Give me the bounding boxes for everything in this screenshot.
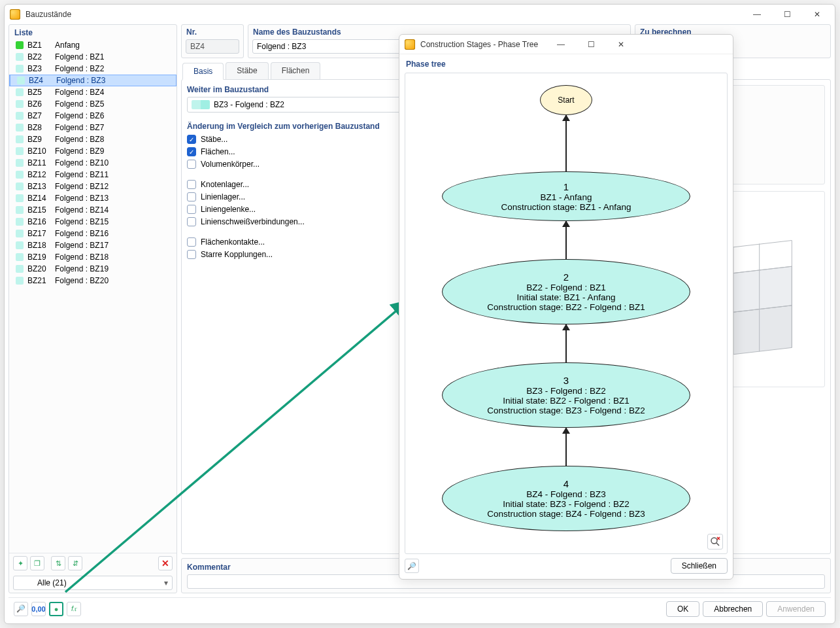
help-icon[interactable]: 🔎 <box>14 602 28 616</box>
liste-panel: Liste BZ1AnfangBZ2Folgend : BZ1BZ3Folgen… <box>8 24 177 593</box>
list-item[interactable]: BZ1Anfang <box>9 39 176 51</box>
cancel-button[interactable]: Abbrechen <box>703 601 763 617</box>
swatch-icon <box>16 100 24 108</box>
tab-flaechen[interactable]: Flächen <box>271 62 321 79</box>
sort-asc-button[interactable]: ⇅ <box>51 556 65 570</box>
svg-point-7 <box>711 538 717 544</box>
checkbox-icon: ✓ <box>187 135 196 144</box>
app-icon <box>10 9 20 20</box>
reset-zoom-button[interactable] <box>707 534 723 550</box>
list-item[interactable]: BZ11Folgend : BZ10 <box>9 157 176 169</box>
delete-button[interactable]: ✕ <box>158 556 173 570</box>
list-item[interactable]: BZ7Folgend : BZ6 <box>9 110 176 122</box>
filter-dropdown[interactable]: Alle (21) <box>13 576 173 590</box>
arrow-icon <box>565 115 567 171</box>
swatch-icon <box>16 277 24 285</box>
phase-node-num: 2 <box>563 271 569 283</box>
phase-node-line: Initial state: BZ2 - Folgend : BZ1 <box>503 396 630 406</box>
list-item[interactable]: BZ9Folgend : BZ8 <box>9 133 176 145</box>
list-item-desc: Folgend : BZ3 <box>56 76 173 85</box>
list-item[interactable]: BZ4Folgend : BZ3 <box>9 75 176 86</box>
phase-node-line: Construction stage: BZ4 - Folgend : BZ3 <box>487 509 645 519</box>
phase-minimize-button[interactable]: — <box>548 37 573 52</box>
tab-staebe[interactable]: Stäbe <box>226 62 268 79</box>
list-item[interactable]: BZ15Folgend : BZ14 <box>9 204 176 216</box>
phase-node-line: Construction stage: BZ1 - Anfang <box>501 202 631 212</box>
phase-body: Phase tree Start 1BZ1 - AnfangConstructi… <box>399 54 733 579</box>
filter-label: Alle (21) <box>37 578 67 587</box>
new-item-button[interactable]: ✦ <box>13 556 27 570</box>
list-item-desc: Folgend : BZ8 <box>55 135 174 144</box>
checkbox-icon: ✓ <box>187 147 196 156</box>
tab-basis[interactable]: Basis <box>182 63 224 80</box>
phase-tree-window: Construction Stages - Phase Tree — ☐ ✕ P… <box>399 34 733 580</box>
swatch-icon <box>16 112 24 120</box>
list-item-id: BZ7 <box>27 111 51 120</box>
phase-canvas[interactable]: Start 1BZ1 - AnfangConstruction stage: B… <box>405 73 728 554</box>
list-item[interactable]: BZ17Folgend : BZ16 <box>9 228 176 239</box>
list-item[interactable]: BZ8Folgend : BZ7 <box>9 122 176 133</box>
dropdown-swatch-icon <box>192 100 210 109</box>
phase-title-bar: Construction Stages - Phase Tree — ☐ ✕ <box>399 35 733 54</box>
list-item[interactable]: BZ5Folgend : BZ4 <box>9 86 176 98</box>
phase-maximize-button[interactable]: ☐ <box>579 37 603 52</box>
duplicate-button[interactable]: ❐ <box>30 556 44 570</box>
nr-input[interactable]: BZ4 <box>186 39 239 54</box>
phase-close-button[interactable]: ✕ <box>609 37 633 52</box>
node-start[interactable]: Start <box>540 85 592 115</box>
list-item[interactable]: BZ16Folgend : BZ15 <box>9 216 176 228</box>
swatch-icon <box>16 53 24 61</box>
list-item[interactable]: BZ21Folgend : BZ20 <box>9 275 176 287</box>
list-item[interactable]: BZ14Folgend : BZ13 <box>9 192 176 204</box>
phase-node[interactable]: 1BZ1 - AnfangConstruction stage: BZ1 - A… <box>442 171 690 221</box>
footer-bar: 🔎 0,00 ● f𝑥 OK Abbrechen Anwenden <box>8 597 831 619</box>
apply-button[interactable]: Anwenden <box>766 601 826 617</box>
phase-help-icon[interactable]: 🔎 <box>405 559 419 573</box>
list-item[interactable]: BZ19Folgend : BZ18 <box>9 251 176 263</box>
checkbox-icon <box>187 192 196 201</box>
list-item[interactable]: BZ3Folgend : BZ2 <box>9 63 176 75</box>
units-button[interactable]: 0,00 <box>31 602 46 616</box>
phase-node-line: Initial state: BZ3 - Folgend : BZ2 <box>503 499 630 509</box>
swatch-icon <box>16 147 24 155</box>
list-item[interactable]: BZ18Folgend : BZ17 <box>9 239 176 251</box>
phase-node[interactable]: 3BZ3 - Folgend : BZ2Initial state: BZ2 -… <box>442 362 690 428</box>
phase-node[interactable]: 2BZ2 - Folgend : BZ1Initial state: BZ1 -… <box>442 259 690 324</box>
phase-close-footer-button[interactable]: Schließen <box>671 558 728 574</box>
list-item-desc: Folgend : BZ12 <box>55 182 174 191</box>
list-item-id: BZ11 <box>27 158 51 167</box>
liste-items[interactable]: BZ1AnfangBZ2Folgend : BZ1BZ3Folgend : BZ… <box>9 39 176 553</box>
list-item-id: BZ18 <box>27 241 51 250</box>
list-item[interactable]: BZ6Folgend : BZ5 <box>9 98 176 110</box>
list-item[interactable]: BZ10Folgend : BZ9 <box>9 145 176 157</box>
list-item-desc: Folgend : BZ19 <box>55 264 174 273</box>
checkbox-icon <box>187 237 196 247</box>
close-button[interactable]: ✕ <box>805 7 830 22</box>
nr-field: Nr. BZ4 <box>181 24 244 58</box>
list-item-desc: Folgend : BZ9 <box>55 147 174 156</box>
list-item-desc: Folgend : BZ4 <box>55 88 174 97</box>
list-item-desc: Anfang <box>55 41 174 50</box>
minimize-button[interactable]: — <box>745 7 769 22</box>
phase-node[interactable]: 4BZ4 - Folgend : BZ3Initial state: BZ3 -… <box>442 466 690 531</box>
app-icon <box>405 39 415 50</box>
liste-toolbar: ✦ ❐ ⇅ ⇵ ✕ <box>9 553 176 573</box>
list-item[interactable]: BZ13Folgend : BZ12 <box>9 181 176 192</box>
phase-node-line: BZ2 - Folgend : BZ1 <box>526 283 606 292</box>
maximize-button[interactable]: ☐ <box>775 7 799 22</box>
list-item[interactable]: BZ2Folgend : BZ1 <box>9 51 176 63</box>
checkbox-icon <box>187 180 196 189</box>
phase-tree-button[interactable]: ● <box>49 602 63 616</box>
list-item-id: BZ16 <box>27 217 51 226</box>
sort-desc-button[interactable]: ⇵ <box>68 556 82 570</box>
list-item[interactable]: BZ20Folgend : BZ19 <box>9 263 176 275</box>
formula-button[interactable]: f𝑥 <box>67 602 81 616</box>
arrow-icon <box>565 221 567 259</box>
phase-node-num: 3 <box>563 375 569 386</box>
list-item-id: BZ4 <box>29 76 52 85</box>
ok-button[interactable]: OK <box>666 601 699 617</box>
list-item[interactable]: BZ12Folgend : BZ11 <box>9 169 176 181</box>
checkbox-icon <box>187 217 196 226</box>
list-item-id: BZ20 <box>27 264 51 273</box>
list-item-id: BZ13 <box>27 182 51 191</box>
